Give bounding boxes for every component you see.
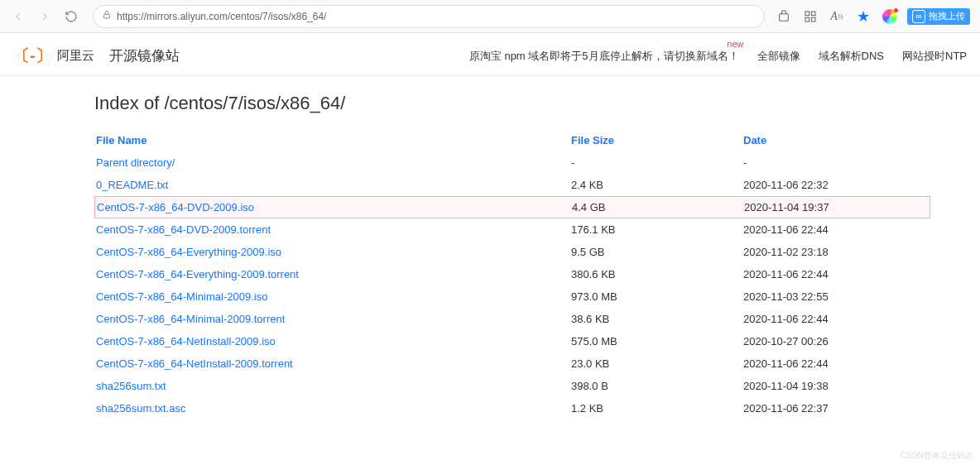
domain-notice[interactable]: 原淘宝 npm 域名即将于5月底停止解析，请切换新域名！ new xyxy=(469,49,739,64)
table-row: CentOS-7-x86_64-DVD-2009.torrent176.1 KB… xyxy=(94,218,930,241)
file-size: 380.6 KB xyxy=(571,268,743,280)
file-date: 2020-11-02 23:18 xyxy=(743,246,930,258)
logo-mark-icon: 〔-〕 xyxy=(13,45,52,67)
upload-extension-button[interactable]: ∞ 拖拽上传 xyxy=(907,8,970,25)
file-size: - xyxy=(571,156,743,169)
file-date: 2020-10-27 00:26 xyxy=(743,335,930,348)
file-link[interactable]: Parent directory/ xyxy=(96,156,175,169)
toolbar-icons: A½ ★ ∞ 拖拽上传 xyxy=(775,7,973,26)
favorite-star-icon[interactable]: ★ xyxy=(854,7,872,26)
shopping-icon[interactable] xyxy=(775,7,793,26)
table-row: CentOS-7-x86_64-NetInstall-2009.iso575.0… xyxy=(94,330,930,352)
content-area: Index of /centos/7/isos/x86_64/ File Nam… xyxy=(0,76,980,436)
file-date: 2020-11-04 19:38 xyxy=(743,380,930,392)
address-bar[interactable]: https://mirrors.aliyun.com/centos/7/isos… xyxy=(93,5,765,28)
nav-all-mirrors[interactable]: 全部镜像 xyxy=(757,49,800,64)
table-row: CentOS-7-x86_64-Everything-2009.iso9.5 G… xyxy=(94,241,930,263)
grid-icon[interactable] xyxy=(801,7,819,26)
file-link[interactable]: CentOS-7-x86_64-DVD-2009.iso xyxy=(97,201,254,213)
url-text: https://mirrors.aliyun.com/centos/7/isos… xyxy=(117,11,756,22)
file-link[interactable]: CentOS-7-x86_64-NetInstall-2009.torrent xyxy=(96,357,293,370)
file-size: 575.0 MB xyxy=(571,335,743,348)
site-title: 开源镜像站 xyxy=(109,46,180,65)
ext-label: 拖拽上传 xyxy=(929,10,965,22)
file-size: 973.0 MB xyxy=(571,290,743,303)
header-nav: 原淘宝 npm 域名即将于5月底停止解析，请切换新域名！ new 全部镜像 域名… xyxy=(469,49,967,64)
file-date: 2020-11-06 22:44 xyxy=(743,268,930,280)
file-size: 398.0 B xyxy=(571,380,743,392)
link-icon: ∞ xyxy=(912,10,925,23)
palette-icon[interactable] xyxy=(881,7,899,26)
file-date: 2020-11-06 22:32 xyxy=(743,179,930,191)
lock-icon xyxy=(102,10,112,22)
table-row: 0_README.txt2.4 KB2020-11-06 22:32 xyxy=(94,174,930,196)
file-link[interactable]: 0_README.txt xyxy=(96,179,168,191)
svg-rect-0 xyxy=(104,15,110,19)
page-title: Index of /centos/7/isos/x86_64/ xyxy=(94,93,930,114)
file-date: 2020-11-06 22:44 xyxy=(743,357,930,370)
table-row: CentOS-7-x86_64-DVD-2009.iso4.4 GB2020-1… xyxy=(94,196,930,218)
file-size: 2.4 KB xyxy=(571,179,743,191)
file-size: 4.4 GB xyxy=(572,201,744,213)
file-size: 23.0 KB xyxy=(571,357,743,370)
table-header-row: File Name File Size Date xyxy=(94,129,930,151)
file-date: 2020-11-06 22:37 xyxy=(743,402,930,415)
table-row: CentOS-7-x86_64-Minimal-2009.iso973.0 MB… xyxy=(94,285,930,308)
file-link[interactable]: CentOS-7-x86_64-Minimal-2009.torrent xyxy=(96,313,285,325)
file-size: 176.1 KB xyxy=(571,223,743,236)
file-link[interactable]: CentOS-7-x86_64-NetInstall-2009.iso xyxy=(96,335,276,348)
refresh-button[interactable] xyxy=(60,5,83,28)
file-listing-table: File Name File Size Date Parent director… xyxy=(94,129,930,419)
file-date: 2020-11-06 22:44 xyxy=(743,223,930,236)
file-link[interactable]: CentOS-7-x86_64-Minimal-2009.iso xyxy=(96,290,267,303)
file-date: 2020-11-03 22:55 xyxy=(743,290,930,303)
file-link[interactable]: sha256sum.txt.asc xyxy=(96,402,185,415)
logo-text: 阿里云 xyxy=(57,48,94,64)
file-date: 2020-11-04 19:37 xyxy=(744,201,930,213)
file-size: 38.6 KB xyxy=(571,313,743,325)
logo[interactable]: 〔-〕 阿里云 xyxy=(13,45,94,67)
svg-rect-3 xyxy=(811,12,815,16)
browser-toolbar: https://mirrors.aliyun.com/centos/7/isos… xyxy=(0,0,980,33)
file-date: - xyxy=(743,156,930,169)
back-button[interactable] xyxy=(7,5,30,28)
file-date: 2020-11-06 22:44 xyxy=(743,313,930,325)
table-row: sha256sum.txt.asc1.2 KB2020-11-06 22:37 xyxy=(94,397,930,419)
file-link[interactable]: CentOS-7-x86_64-Everything-2009.iso xyxy=(96,246,281,258)
file-size: 1.2 KB xyxy=(571,402,743,415)
svg-rect-5 xyxy=(811,17,815,22)
nav-dns[interactable]: 域名解析DNS xyxy=(819,49,884,64)
svg-rect-1 xyxy=(780,13,789,21)
table-row: Parent directory/-- xyxy=(94,151,930,174)
file-link[interactable]: sha256sum.txt xyxy=(96,380,166,392)
svg-rect-2 xyxy=(805,12,809,16)
new-badge: new xyxy=(727,39,743,49)
table-row: CentOS-7-x86_64-Minimal-2009.torrent38.6… xyxy=(94,308,930,330)
text-size-icon[interactable]: A½ xyxy=(828,7,846,26)
table-row: CentOS-7-x86_64-Everything-2009.torrent3… xyxy=(94,263,930,285)
file-size: 9.5 GB xyxy=(571,246,743,258)
svg-rect-4 xyxy=(805,17,809,22)
col-header-size[interactable]: File Size xyxy=(571,134,743,146)
file-link[interactable]: CentOS-7-x86_64-DVD-2009.torrent xyxy=(96,223,271,236)
col-header-name[interactable]: File Name xyxy=(94,134,571,146)
col-header-date[interactable]: Date xyxy=(743,134,930,146)
table-row: sha256sum.txt398.0 B2020-11-04 19:38 xyxy=(94,375,930,397)
nav-ntp[interactable]: 网站授时NTP xyxy=(902,49,967,64)
file-link[interactable]: CentOS-7-x86_64-Everything-2009.torrent xyxy=(96,268,299,280)
table-row: CentOS-7-x86_64-NetInstall-2009.torrent2… xyxy=(94,352,930,375)
forward-button[interactable] xyxy=(33,5,56,28)
site-header: 〔-〕 阿里云 开源镜像站 原淘宝 npm 域名即将于5月底停止解析，请切换新域… xyxy=(0,33,980,76)
